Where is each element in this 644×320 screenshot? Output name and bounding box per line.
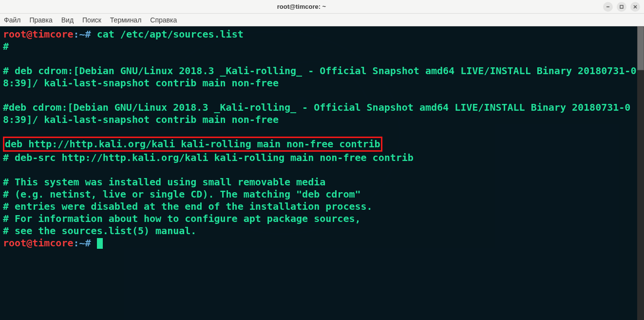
- output-line: # deb cdrom:[Debian GNU/Linux 2018.3 _Ka…: [3, 65, 636, 89]
- terminal-window: root@timcore: ~ Файл Правка Вид Поиск Те…: [0, 0, 644, 320]
- output-line: #deb cdrom:[Debian GNU/Linux 2018.3 _Kal…: [3, 101, 630, 125]
- prompt-user: root@timcore: [3, 237, 74, 249]
- menu-file[interactable]: Файл: [4, 16, 20, 24]
- output-line: # (e.g. netinst, live or single CD). The…: [3, 188, 361, 200]
- svg-rect-2: [620, 5, 623, 8]
- output-line: # see the sources.list(5) manual.: [3, 225, 196, 237]
- menu-search[interactable]: Поиск: [82, 16, 101, 24]
- prompt-path: ~: [79, 237, 85, 249]
- titlebar: root@timcore: ~: [0, 0, 644, 14]
- prompt-sep2: #: [85, 28, 91, 40]
- terminal-content: root@timcore:~# cat /etc/apt/sources.lis…: [3, 28, 641, 249]
- output-line: # deb-src http://http.kali.org/kali kali…: [3, 152, 414, 163]
- menu-edit[interactable]: Правка: [29, 16, 52, 24]
- menubar: Файл Правка Вид Поиск Терминал Справка: [0, 14, 644, 26]
- command-text: cat /etc/apt/sources.list: [97, 28, 244, 40]
- minimize-button[interactable]: [603, 2, 613, 12]
- prompt-user: root@timcore: [3, 28, 74, 40]
- menu-view[interactable]: Вид: [61, 16, 74, 24]
- menu-terminal[interactable]: Терминал: [110, 16, 141, 24]
- prompt-sep2: #: [85, 237, 91, 249]
- output-line: # entries were disabled at the end of th…: [3, 200, 373, 212]
- highlighted-repo-line: deb http://http.kali.org/kali kali-rolli…: [3, 137, 382, 152]
- prompt-sep1: :: [74, 237, 79, 249]
- close-button[interactable]: [630, 2, 640, 12]
- prompt-path: ~: [79, 28, 85, 40]
- output-line: # For information about how to configure…: [3, 213, 361, 224]
- prompt-sep1: :: [74, 28, 79, 40]
- output-line: # This system was installed using small …: [3, 176, 325, 188]
- menu-help[interactable]: Справка: [150, 16, 177, 24]
- scrollbar-thumb[interactable]: [637, 26, 644, 70]
- scrollbar[interactable]: [637, 26, 644, 320]
- window-title: root@timcore: ~: [4, 3, 599, 10]
- cursor: [97, 238, 103, 249]
- terminal-body[interactable]: root@timcore:~# cat /etc/apt/sources.lis…: [0, 26, 644, 320]
- output-line: #: [3, 40, 9, 52]
- maximize-button[interactable]: [617, 2, 626, 12]
